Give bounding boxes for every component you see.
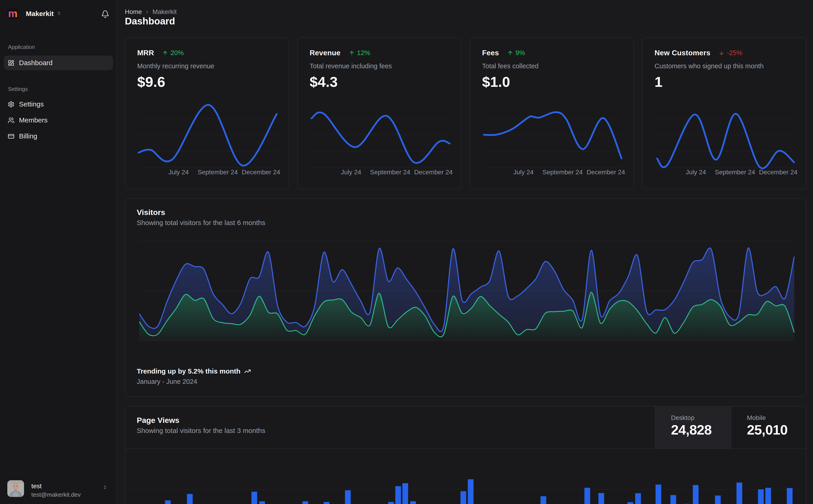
svg-text:m: m bbox=[8, 8, 18, 19]
